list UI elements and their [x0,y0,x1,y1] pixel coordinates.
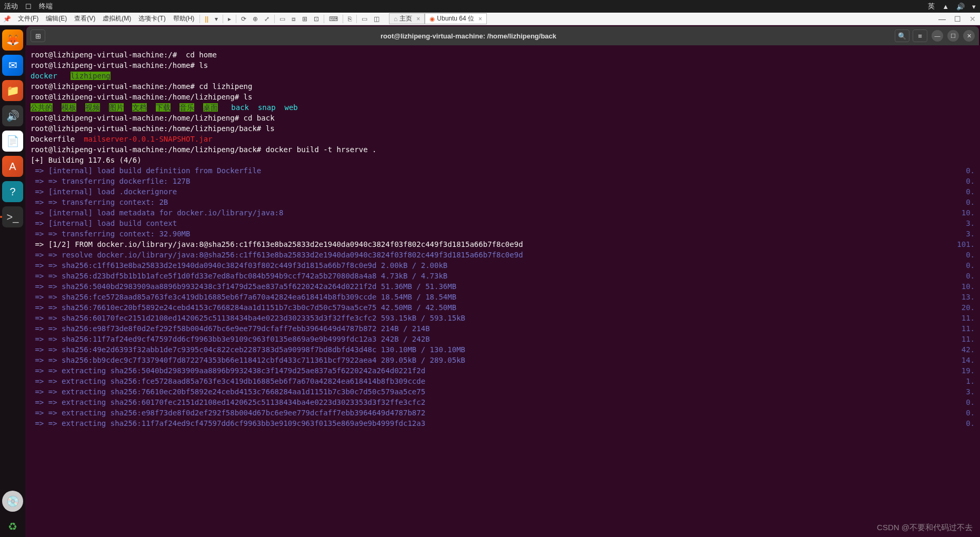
window-close-button[interactable]: ✕ [965,15,980,23]
toolbar-manage-icon[interactable]: ⤢ [261,15,273,23]
dock-rhythmbox[interactable]: 🔊 [2,105,23,126]
separator [356,15,357,23]
terminal-line: => [1/2] FROM docker.io/library/java:8@s… [31,239,975,250]
toolbar-send-icon[interactable]: ▸ [225,15,234,23]
volume-icon[interactable]: 🔊 [956,3,965,11]
terminal-line: => [internal] load metadata for docker.i… [31,207,975,218]
terminal-line: => => sha256:bb9cdec9c7f337940f7d8722743… [31,355,975,365]
home-icon: ⌂ [394,15,397,23]
terminal-line: => => sha256:5040bd2983909aa8896b9932438… [31,281,975,292]
cycle-icon[interactable]: ◫ [371,15,383,23]
dock-terminal[interactable]: >_ [2,206,23,227]
new-tab-button[interactable]: ⊞ [31,29,45,42]
terminal-close-button[interactable]: ✕ [963,30,975,42]
menu-file[interactable]: 文件(F) [14,14,42,23]
terminal-header: ⊞ root@lizhipeng-virtual-machine: /home/… [26,26,979,45]
terminal-line: => [internal] load build context3. [31,218,975,228]
dock-disk[interactable]: 💿 [2,491,23,512]
terminal-line: => => sha256:49e2d6393f32abb1de7c9395c04… [31,344,975,355]
menu-edit[interactable]: 编辑(E) [42,14,71,23]
tab-home[interactable]: ⌂ 主页 × [389,13,425,24]
terminal-line: => => extracting sha256:e98f73de8f0d2ef2… [31,407,975,418]
close-icon[interactable]: × [478,15,482,23]
pin-icon[interactable]: 📌 [0,15,14,23]
terminal-line: => [internal] load build definition from… [31,165,975,176]
dock-help[interactable]: ? [2,181,23,202]
toolbar-icon[interactable]: ▾ [212,15,221,23]
main-content: ⊞ root@lizhipeng-virtual-machine: /home/… [25,25,980,537]
separator [236,15,236,23]
terminal-line: => => extracting sha256:11f7af24ed9cf475… [31,418,975,429]
stretch-icon[interactable]: ▭ [358,15,371,23]
toolbar-snapshot2-icon[interactable]: ⊕ [249,15,261,23]
terminal-line: => => sha256:c1ff613e8ba25833d2e1940da09… [31,260,975,271]
terminal-line: => => transferring context: 32.90MB3. [31,228,975,239]
vm-tabs: ⌂ 主页 × ◉ Ubuntu 64 位 × [389,13,487,24]
tab-ubuntu-label: Ubuntu 64 位 [437,14,474,23]
pause-icon[interactable]: || [202,15,212,23]
separator [199,15,200,23]
terminal-line: root@lizhipeng-virtual-machine:/home# ls [31,60,975,71]
separator [274,15,275,23]
dock-trash[interactable]: ♻ [2,516,23,537]
menu-tabs[interactable]: 选项卡(T) [135,14,169,23]
window-maximize-button[interactable]: ☐ [950,15,965,23]
terminal-line: => => extracting sha256:fce5728aad85a763… [31,376,975,386]
menu-view[interactable]: 查看(V) [71,14,99,23]
separator [343,15,343,23]
view-multi-icon[interactable]: ⧈ [288,15,299,23]
menu-help[interactable]: 帮助(H) [169,14,198,23]
dock-libreoffice-writer[interactable]: 📄 [2,131,23,152]
view-single-icon[interactable]: ▭ [276,15,288,23]
toolbar-snapshot-icon[interactable]: ⟳ [238,15,249,23]
watermark: CSDN @不要和代码过不去 [877,523,973,533]
keyboard-icon[interactable]: ⌨ [326,15,341,23]
activities-button[interactable]: 活动 [4,2,18,11]
terminal-line: => => extracting sha256:60170fec2151d210… [31,397,975,407]
terminal-minimize-button[interactable]: — [932,30,943,42]
input-lang-indicator[interactable]: 英 [928,2,935,11]
app-menu-icon[interactable]: ☐ [25,3,32,11]
terminal-line: => => sha256:fce5728aad85a763fe3c419db16… [31,292,975,302]
dock-thunderbird[interactable]: ✉ [2,55,23,76]
console-icon[interactable]: ⎘ [345,15,355,23]
dock-software[interactable]: A [2,156,23,177]
tab-ubuntu[interactable]: ◉ Ubuntu 64 位 × [425,13,487,24]
terminal-line: root@lizhipeng-virtual-machine:/home/liz… [31,92,975,102]
terminal-line: root@lizhipeng-virtual-machine:/home/liz… [31,144,975,155]
separator [324,15,324,23]
terminal-line: => => resolve docker.io/library/java:8@s… [31,250,975,260]
terminal-line: 公共的 模板 视频 图片 文档 下载 音乐 桌面 back snap web [31,102,975,113]
app-menu-name[interactable]: 终端 [39,2,53,11]
search-button[interactable]: 🔍 [895,29,909,42]
separator [223,15,223,23]
terminal-line: => => transferring context: 2B0. [31,197,975,207]
menu-button[interactable]: ≡ [913,29,927,42]
terminal-line: root@lizhipeng-virtual-machine:/# cd hom… [31,49,975,60]
dock-files[interactable]: 📁 [2,80,23,101]
terminal-line: => => extracting sha256:76610ec20bf5892e… [31,386,975,397]
dock-firefox[interactable]: 🦊 [2,29,23,51]
terminal-line: docker lizhipeng [31,71,975,81]
terminal-line: => [internal] load .dockerignore0. [31,186,975,197]
terminal-line: => => extracting sha256:5040bd2983909aa8… [31,365,975,376]
dock: 🦊 ✉ 📁 🔊 📄 A ? >_ 💿 ♻ [0,25,25,537]
terminal-body[interactable]: root@lizhipeng-virtual-machine:/# cd hom… [25,45,980,537]
window-minimize-button[interactable]: — [934,15,950,23]
terminal-line: => => sha256:60170fec2151d2108ed1420625c… [31,313,975,323]
power-menu-icon[interactable]: ▾ [972,3,976,11]
terminal-line: => => transferring dockerfile: 127B0. [31,176,975,186]
menu-vm[interactable]: 虚拟机(M) [99,14,135,23]
terminal-title: root@lizhipeng-virtual-machine: /home/li… [45,32,892,40]
view-unity-icon[interactable]: ⊞ [299,15,311,23]
network-icon[interactable]: ▲ [942,3,949,11]
close-icon[interactable]: × [416,15,420,23]
desktop: 🦊 ✉ 📁 🔊 📄 A ? >_ 💿 ♻ ⊞ root@lizhipeng-vi… [0,25,980,537]
tab-home-label: 主页 [399,14,412,23]
terminal-line: Dockerfile mailserver-0.0.1-SNAPSHOT.jar [31,134,975,144]
terminal-line: [+] Building 117.6s (4/6) [31,155,975,165]
terminal-maximize-button[interactable]: ☐ [947,30,959,42]
ubuntu-icon: ◉ [429,15,435,23]
terminal-line: root@lizhipeng-virtual-machine:/home/liz… [31,113,975,123]
view-fullscreen-icon[interactable]: ⊡ [311,15,322,23]
